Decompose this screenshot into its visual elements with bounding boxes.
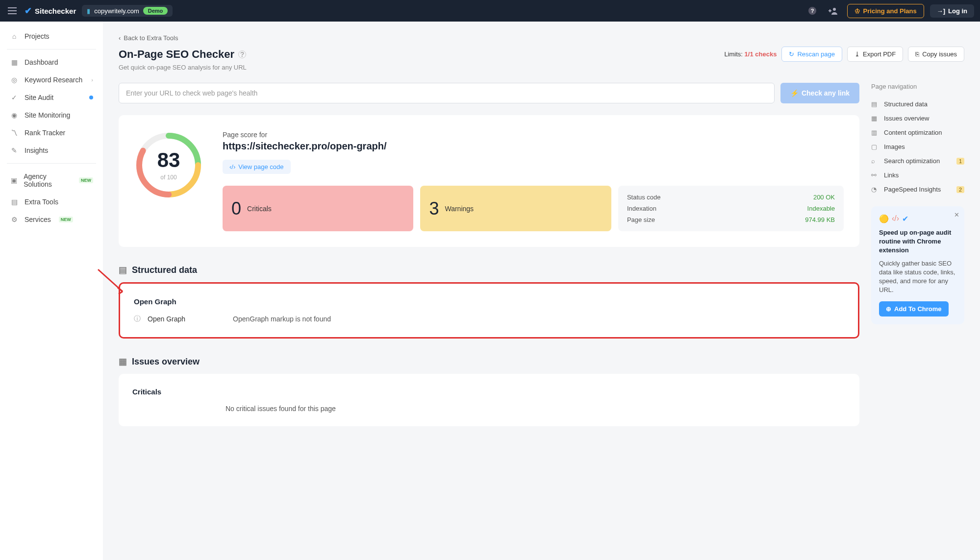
monitor-icon: ◉ bbox=[10, 111, 19, 119]
view-code-label: View page code bbox=[238, 163, 283, 170]
add-to-chrome-button[interactable]: ⊕ Add To Chrome bbox=[879, 301, 949, 317]
check-icon: ✔ bbox=[902, 214, 908, 223]
nav-structured-data[interactable]: ▤ Structured data bbox=[871, 97, 964, 111]
sidebar-dashboard[interactable]: ▦ Dashboard bbox=[0, 53, 103, 71]
close-icon[interactable]: ✕ bbox=[954, 211, 959, 219]
score-card: 83 of 100 Page score for https://siteche… bbox=[119, 115, 859, 247]
criticals-stat: 0 Criticals bbox=[223, 186, 413, 231]
main-content: ‹ Back to Extra Tools On-Page SEO Checke… bbox=[103, 22, 980, 560]
home-icon: ⌂ bbox=[10, 32, 19, 40]
help-tooltip-icon[interactable]: ? bbox=[238, 50, 246, 58]
check-link-button[interactable]: ⚡ Check any link bbox=[780, 83, 859, 103]
sidebar-extra-tools[interactable]: ▤ Extra Tools bbox=[0, 193, 103, 211]
site-chip-label: copywritely.com bbox=[94, 7, 139, 15]
site-chip[interactable]: ▮ copywritely.com Demo bbox=[82, 5, 173, 17]
warnings-count: 3 bbox=[429, 198, 439, 219]
logo[interactable]: ✔ Sitechecker bbox=[25, 5, 76, 16]
export-pdf-button[interactable]: ⤓ Export PDF bbox=[847, 47, 903, 62]
sidebar-rank-tracker[interactable]: 〽 Rank Tracker bbox=[0, 124, 103, 142]
nav-content-optimization[interactable]: ▥ Content optimization bbox=[871, 125, 964, 140]
nav-pagespeed[interactable]: ◔ PageSpeed Insights 2 bbox=[871, 182, 964, 196]
index-value: Indexable bbox=[807, 205, 835, 212]
nav-label: PageSpeed Insights bbox=[884, 186, 941, 193]
issues-icon: ▦ bbox=[119, 356, 127, 367]
audit-icon: ✓ bbox=[10, 94, 19, 101]
services-icon: ⚙ bbox=[10, 216, 19, 223]
limits-text: Limits: 1/1 checks bbox=[724, 50, 777, 58]
nav-search-optimization[interactable]: ⌕ Search optimization 1 bbox=[871, 154, 964, 168]
status-label: Status code bbox=[627, 194, 661, 201]
pricing-button[interactable]: ♔ Pricing and Plans bbox=[847, 4, 924, 18]
warnings-stat: 3 Warnings bbox=[420, 186, 611, 231]
topbar: ✔ Sitechecker ▮ copywritely.com Demo ? ♔… bbox=[0, 0, 980, 22]
code-icon: ‹/› bbox=[892, 214, 899, 223]
open-graph-card: Open Graph ⓘ Open Graph OpenGraph markup… bbox=[119, 282, 859, 339]
search-icon: ⌕ bbox=[871, 157, 879, 165]
page-navigation: Page navigation ▤ Structured data ▦ Issu… bbox=[871, 83, 964, 324]
new-badge: NEW bbox=[79, 177, 93, 183]
sidebar-agency[interactable]: ▣ Agency Solutions NEW bbox=[0, 168, 103, 193]
url-input[interactable] bbox=[119, 83, 775, 103]
page-title-text: On-Page SEO Checker bbox=[119, 48, 234, 61]
help-icon[interactable]: ? bbox=[805, 3, 820, 18]
copy-icon: ⎘ bbox=[915, 50, 919, 58]
text-icon: ▥ bbox=[871, 129, 879, 136]
info-icon[interactable]: ⓘ bbox=[134, 315, 141, 323]
login-button[interactable]: →] Log in bbox=[930, 4, 974, 18]
score-circle: 83 of 100 bbox=[134, 131, 203, 199]
nav-label: Issues overview bbox=[884, 115, 929, 122]
issues-icon: ▦ bbox=[871, 115, 879, 122]
page-subtitle: Get quick on-page SEO analysis for any U… bbox=[119, 64, 964, 71]
promo-title: Speed up on-page audit routine with Chro… bbox=[879, 228, 956, 255]
nav-images[interactable]: ▢ Images bbox=[871, 140, 964, 154]
sidebar-label: Site Audit bbox=[25, 94, 53, 101]
db-icon: ▤ bbox=[119, 265, 127, 275]
size-value: 974.99 KB bbox=[805, 216, 835, 223]
export-label: Export PDF bbox=[863, 50, 896, 58]
db-icon: ▤ bbox=[871, 100, 879, 108]
nav-title: Page navigation bbox=[871, 83, 964, 90]
sidebar-label: Projects bbox=[25, 32, 50, 40]
copy-issues-button[interactable]: ⎘ Copy issues bbox=[908, 47, 964, 62]
sidebar-label: Rank Tracker bbox=[25, 129, 65, 137]
sidebar-services[interactable]: ⚙ Services NEW bbox=[0, 211, 103, 228]
nav-links[interactable]: ⚯ Links bbox=[871, 168, 964, 182]
image-icon: ▢ bbox=[871, 143, 879, 150]
sidebar-keyword-research[interactable]: ◎ Keyword Research › bbox=[0, 71, 103, 89]
page-info-stat: Status code 200 OK Indexation Indexable … bbox=[618, 186, 844, 231]
chrome-icon: 🟡 bbox=[879, 214, 889, 223]
speed-icon: ◔ bbox=[871, 186, 879, 193]
chevron-right-icon: › bbox=[91, 77, 93, 83]
login-label: Log in bbox=[948, 7, 967, 15]
login-icon: →] bbox=[937, 7, 945, 15]
sidebar-site-monitoring[interactable]: ◉ Site Monitoring bbox=[0, 106, 103, 124]
nav-badge: 2 bbox=[956, 186, 964, 193]
sidebar-label: Insights bbox=[25, 146, 48, 154]
menu-icon[interactable] bbox=[6, 5, 19, 16]
structured-title-text: Structured data bbox=[132, 265, 197, 275]
dashboard-icon: ▦ bbox=[10, 58, 19, 66]
bolt-icon: ⚡ bbox=[790, 89, 799, 97]
nav-label: Search optimization bbox=[884, 157, 940, 165]
add-user-icon[interactable] bbox=[826, 3, 841, 18]
view-code-button[interactable]: ‹/› View page code bbox=[223, 160, 291, 174]
sidebar-label: Dashboard bbox=[25, 58, 58, 66]
sidebar-projects[interactable]: ⌂ Projects bbox=[0, 27, 103, 45]
rescan-button[interactable]: ↻ Rescan page bbox=[781, 47, 842, 62]
site-chip-icon: ▮ bbox=[87, 7, 90, 15]
sidebar-insights[interactable]: ✎ Insights bbox=[0, 142, 103, 159]
criticals-count: 0 bbox=[231, 198, 241, 219]
sidebar-label: Services bbox=[25, 216, 51, 223]
warnings-label: Warnings bbox=[445, 205, 474, 213]
wand-icon: ✎ bbox=[10, 146, 19, 154]
size-label: Page size bbox=[627, 216, 655, 223]
score-sub: of 100 bbox=[134, 174, 203, 181]
open-graph-title: Open Graph bbox=[134, 297, 844, 306]
nav-issues-overview[interactable]: ▦ Issues overview bbox=[871, 111, 964, 125]
logo-icon: ✔ bbox=[25, 5, 32, 16]
nav-label: Images bbox=[884, 143, 905, 150]
back-link[interactable]: ‹ Back to Extra Tools bbox=[119, 34, 178, 42]
sidebar-site-audit[interactable]: ✓ Site Audit bbox=[0, 89, 103, 106]
rescan-label: Rescan page bbox=[797, 50, 835, 58]
issues-overview-title: ▦ Issues overview bbox=[119, 356, 859, 367]
